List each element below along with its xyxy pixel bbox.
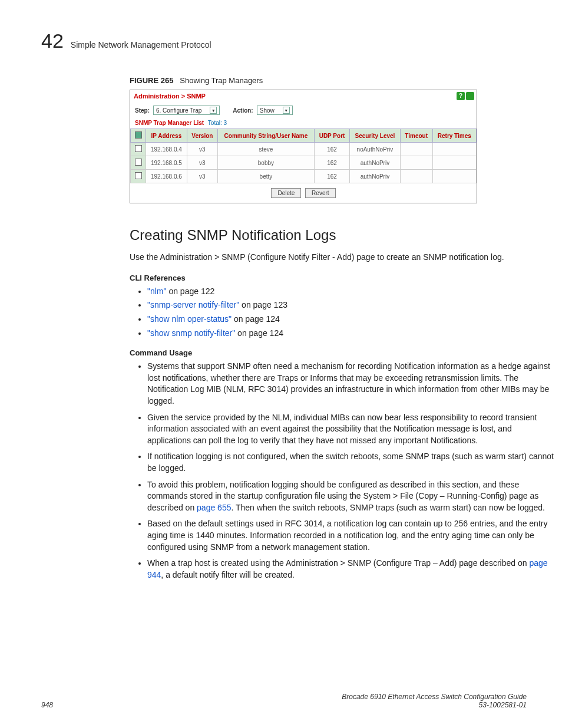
cell-ver: v3: [187, 143, 217, 156]
cell-retry: [432, 143, 476, 156]
cell-port: 162: [314, 156, 349, 170]
page-header: 42 Simple Network Management Protocol: [41, 29, 527, 52]
col-ip: IP Address: [146, 129, 187, 143]
toolbar: Step: 6. Configure Trap ▼ Action: Show ▼: [130, 102, 477, 118]
breadcrumb-text: Administration > SNMP: [134, 93, 206, 100]
cell-port: 162: [314, 170, 349, 183]
cli-references-list: "nlm" on page 122 "snmp-server notify-fi…: [147, 286, 554, 339]
header-checkbox-cell: [131, 129, 146, 143]
breadcrumb: Administration > SNMP ?: [130, 90, 477, 102]
list-item: "show snmp notify-filter" on page 124: [147, 328, 554, 340]
trap-manager-table: IP Address Version Community String/User…: [130, 129, 477, 183]
header-checkbox[interactable]: [135, 131, 142, 139]
cli-references-heading: CLI References: [130, 274, 554, 282]
list-item: Given the service provided by the NLM, i…: [147, 412, 554, 447]
col-community: Community String/User Name: [217, 129, 314, 143]
row-checkbox[interactable]: [135, 172, 142, 179]
list-item: Systems that support SNMP often need a m…: [147, 361, 554, 407]
list-item: To avoid this problem, notification logg…: [147, 479, 554, 514]
cell-sec: noAuthNoPriv: [350, 143, 401, 156]
cell-retry: [432, 156, 476, 170]
col-security: Security Level: [350, 129, 401, 143]
list-item: Based on the default settings used in RF…: [147, 518, 554, 553]
cell-timeout: [400, 170, 432, 183]
list-title-row: SNMP Trap Manager List Total: 3: [130, 118, 477, 129]
cell-retry: [432, 170, 476, 183]
help-icon[interactable]: ?: [457, 92, 465, 100]
list-item: When a trap host is created using the Ad…: [147, 558, 554, 581]
list-item: "nlm" on page 122: [147, 286, 554, 298]
cell-timeout: [400, 143, 432, 156]
col-timeout: Timeout: [400, 129, 432, 143]
command-usage-list: Systems that support SNMP often need a m…: [147, 361, 554, 581]
help-icon-2[interactable]: [466, 92, 474, 100]
chevron-down-icon: ▼: [210, 107, 217, 114]
button-row: Delete Revert: [130, 183, 477, 203]
footer-doc-number: 53-1002581-01: [479, 701, 527, 709]
cell-ip: 192.168.0.6: [146, 170, 187, 183]
table-row: 192.168.0.6 v3 betty 162 authNoPriv: [131, 170, 477, 183]
page-link[interactable]: page 655: [197, 503, 231, 512]
list-total: Total: 3: [208, 120, 227, 126]
page-number-top: 42: [41, 29, 64, 52]
revert-button[interactable]: Revert: [305, 188, 335, 198]
step-value: 6. Configure Trap: [156, 107, 201, 114]
cell-user: bobby: [217, 156, 314, 170]
footer-guide-title: Brocade 6910 Ethernet Access Switch Conf…: [342, 693, 527, 701]
col-version: Version: [187, 129, 217, 143]
list-item: "snmp-server notify-filter" on page 123: [147, 299, 554, 311]
footer-page-number: 948: [41, 701, 53, 709]
cli-ref-link[interactable]: "show snmp notify-filter": [147, 328, 235, 338]
list-item: If notification logging is not configure…: [147, 451, 554, 474]
cli-ref-link[interactable]: "show nlm oper-status": [147, 314, 232, 324]
chapter-title: Simple Network Management Protocol: [71, 40, 211, 50]
cell-sec: authNoPriv: [350, 156, 401, 170]
table-row: 192.168.0.4 v3 steve 162 noAuthNoPriv: [131, 143, 477, 156]
col-udpport: UDP Port: [314, 129, 349, 143]
cell-timeout: [400, 156, 432, 170]
delete-button[interactable]: Delete: [271, 188, 301, 198]
list-item: "show nlm oper-status" on page 124: [147, 314, 554, 325]
col-retry: Retry Times: [432, 129, 476, 143]
page-footer: 948 Brocade 6910 Ethernet Access Switch …: [41, 693, 527, 709]
cell-ip: 192.168.0.5: [146, 156, 187, 170]
row-checkbox[interactable]: [135, 159, 142, 166]
action-select[interactable]: Show ▼: [257, 106, 293, 115]
intro-paragraph: Use the Administration > SNMP (Configure…: [130, 252, 554, 263]
cli-ref-suffix: on page 123: [239, 300, 287, 309]
command-usage-heading: Command Usage: [130, 348, 554, 357]
cell-sec: authNoPriv: [350, 170, 401, 183]
screenshot-panel: Administration > SNMP ? Step: 6. Configu…: [130, 90, 477, 203]
step-select[interactable]: 6. Configure Trap ▼: [153, 106, 220, 115]
cli-ref-suffix: on page 122: [167, 286, 215, 296]
chevron-down-icon: ▼: [283, 107, 290, 114]
list-title: SNMP Trap Manager List: [135, 120, 204, 126]
cli-ref-link[interactable]: "nlm": [147, 286, 167, 296]
table-row: 192.168.0.5 v3 bobby 162 authNoPriv: [131, 156, 477, 170]
cli-ref-suffix: on page 124: [232, 314, 280, 324]
cli-ref-suffix: on page 124: [235, 328, 283, 338]
cell-ver: v3: [187, 156, 217, 170]
cell-port: 162: [314, 143, 349, 156]
figure-label: FIGURE 265: [130, 76, 173, 85]
section-heading: Creating SNMP Notification Logs: [130, 227, 554, 243]
usage-text: When a trap host is created using the Ad…: [147, 558, 529, 568]
action-value: Show: [260, 107, 275, 114]
usage-text: . Then when the switch reboots, SNMP tra…: [231, 503, 545, 512]
action-label: Action:: [233, 107, 253, 114]
cli-ref-link[interactable]: "snmp-server notify-filter": [147, 300, 239, 309]
cell-user: steve: [217, 143, 314, 156]
cell-ver: v3: [187, 170, 217, 183]
cell-ip: 192.168.0.4: [146, 143, 187, 156]
step-label: Step:: [135, 107, 150, 114]
figure-title: Showing Trap Managers: [180, 76, 263, 85]
cell-user: betty: [217, 170, 314, 183]
row-checkbox[interactable]: [135, 145, 142, 152]
usage-text: , a default notify filter will be create…: [161, 570, 294, 579]
figure-caption: FIGURE 265 Showing Trap Managers: [130, 76, 554, 85]
